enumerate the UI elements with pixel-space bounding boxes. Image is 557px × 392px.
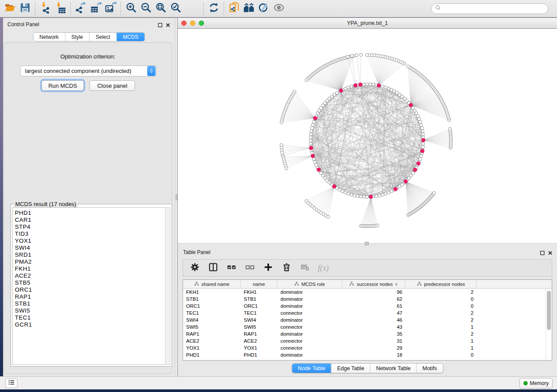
toolbar-separator [121, 2, 121, 15]
tab-motifs[interactable]: Motifs [416, 364, 443, 373]
table-scrollbar[interactable] [546, 289, 551, 360]
tab-select[interactable]: Select [89, 33, 116, 41]
table-row[interactable]: FKH1FKH1dominator962 [183, 289, 552, 296]
table-row[interactable]: STB1STB1dominator620 [183, 296, 552, 303]
mcds-result-list[interactable]: PHD1CAR1STP4TID3YOX1SWI4SRD1PMA2FKH1ACE2… [12, 207, 166, 365]
mcds-result-item[interactable]: TID3 [15, 230, 166, 237]
close-panel-icon[interactable] [548, 249, 553, 257]
table-row[interactable]: YOX1YOX1connector291 [183, 344, 552, 351]
mcds-list-scrollbar[interactable] [165, 207, 170, 365]
mcds-result-item[interactable]: PHD1 [15, 210, 166, 217]
column-header-predecessor-nodes[interactable]: predecessor nodes [405, 280, 477, 288]
table-row[interactable]: TEC1TEC1connector472 [183, 309, 552, 316]
networks-overview-button[interactable] [242, 1, 256, 16]
mcds-result-item[interactable]: PMA2 [15, 258, 166, 265]
memory-status-dot [523, 381, 528, 385]
control-panel: Control Panel NetworkStyleSelectMCDS Opt… [3, 18, 175, 376]
search-box[interactable] [431, 3, 548, 14]
tab-network-table[interactable]: Network Table [370, 364, 416, 373]
apply-layout-button[interactable] [206, 1, 221, 16]
table-row[interactable]: PHD1PHD1dominator180 [183, 351, 552, 358]
mcds-result-item[interactable]: STB1 [15, 300, 166, 307]
mcds-result-item[interactable]: GCR1 [15, 321, 166, 328]
criterion-dropdown[interactable]: largest connected component (undirected) [20, 65, 156, 76]
table-cell: dominator [277, 330, 342, 337]
float-panel-icon[interactable] [540, 249, 545, 257]
mcds-result-item[interactable]: YOX1 [15, 237, 166, 244]
vertical-split-divider[interactable] [175, 18, 178, 376]
mcds-result-item[interactable]: RAP1 [15, 293, 166, 300]
mcds-result-item[interactable]: SWI4 [15, 244, 166, 251]
close-panel-button[interactable]: Close panel [90, 80, 135, 91]
zoom-selected-icon [170, 2, 182, 15]
close-panel-icon[interactable] [166, 21, 170, 29]
float-panel-icon[interactable] [158, 21, 163, 29]
mcds-result-item[interactable]: CAR1 [15, 217, 166, 224]
show-graphics-details-button[interactable] [271, 1, 286, 16]
tree-icon [349, 281, 354, 287]
table-header-row: shared namenameMCDS rolesuccessor nodes∨… [183, 280, 552, 289]
table-cell: 96 [342, 289, 405, 296]
table-cell: dominator [277, 316, 342, 323]
import-network-icon [40, 2, 52, 15]
tab-style[interactable]: Style [65, 33, 89, 41]
column-label: name [253, 282, 265, 287]
toggle-column-view-button[interactable] [207, 261, 220, 275]
zoom-out-button[interactable] [138, 1, 153, 16]
zoom-fit-button[interactable] [153, 1, 168, 16]
search-input[interactable] [442, 4, 548, 13]
table-row[interactable]: ACE2ACE2connector311 [183, 337, 552, 344]
import-network-button[interactable] [38, 1, 53, 16]
table-row[interactable]: SWI4SWI4dominator462 [183, 316, 552, 323]
zoom-in-button[interactable] [124, 1, 138, 16]
divider-grip[interactable] [365, 242, 369, 245]
scrollbar-thumb[interactable] [547, 291, 551, 330]
column-header-shared-name[interactable]: shared name [183, 280, 241, 288]
tab-edge-table[interactable]: Edge Table [331, 364, 370, 373]
tab-network[interactable]: Network [33, 33, 65, 41]
export-image-button[interactable] [103, 1, 118, 16]
export-network-web-button[interactable] [227, 1, 242, 16]
mcds-result-item[interactable]: SRD1 [15, 251, 166, 258]
mcds-tab-content: Optimization criterion: largest connecte… [3, 42, 172, 374]
deselect-all-rows-button[interactable] [243, 261, 256, 275]
export-table-button[interactable] [88, 1, 103, 16]
task-history-button[interactable] [5, 378, 17, 388]
mcds-result-item[interactable]: SWI5 [15, 307, 166, 314]
table-row[interactable]: RAP1RAP1dominator352 [183, 330, 552, 337]
table-cell: PHD1 [183, 351, 241, 358]
add-column-button[interactable] [262, 261, 275, 275]
settings-gear-button[interactable] [188, 261, 201, 275]
column-header-MCDS-role[interactable]: MCDS role [277, 280, 342, 288]
import-table-button[interactable] [53, 1, 68, 16]
mcds-result-item[interactable]: TEC1 [15, 314, 166, 321]
save-session-button[interactable] [17, 1, 32, 16]
mcds-result-item[interactable]: FKH1 [15, 265, 166, 272]
tab-mcds[interactable]: MCDS [116, 33, 144, 41]
open-file-icon [4, 2, 16, 15]
network-view-canvas[interactable] [178, 29, 557, 243]
delete-column-button[interactable] [280, 261, 293, 275]
export-network-button[interactable] [73, 1, 88, 16]
mcds-result-item[interactable]: STB5 [15, 279, 166, 286]
zoom-selected-button[interactable] [168, 1, 183, 16]
column-header-name[interactable]: name [241, 280, 277, 288]
mcds-result-item[interactable]: ORC1 [15, 286, 166, 293]
node-table[interactable]: shared namenameMCDS rolesuccessor nodes∨… [183, 279, 552, 361]
table-row[interactable]: ORC1ORC1dominator610 [183, 303, 552, 309]
network-window-titlebar[interactable]: YPA_prune.txt_1 [178, 18, 557, 29]
table-row[interactable]: SWI5SWI5connector431 [183, 323, 552, 330]
table-cell: 31 [342, 337, 405, 344]
divider-grip[interactable] [176, 194, 177, 200]
open-file-button[interactable] [3, 1, 17, 16]
tree-icon [417, 281, 422, 287]
tab-node-table[interactable]: Node Table [292, 364, 331, 373]
select-all-rows-button[interactable] [225, 261, 238, 275]
mcds-result-item[interactable]: STP4 [15, 224, 166, 230]
run-mcds-button[interactable]: Run MCDS [42, 80, 84, 91]
memory-button[interactable]: Memory [519, 378, 553, 389]
column-header-successor-nodes[interactable]: successor nodes∨ [342, 280, 405, 288]
mcds-result-item[interactable]: ACE2 [15, 272, 166, 279]
table-cell: 29 [342, 344, 405, 351]
hide-visual-mapping-button[interactable] [256, 1, 271, 16]
